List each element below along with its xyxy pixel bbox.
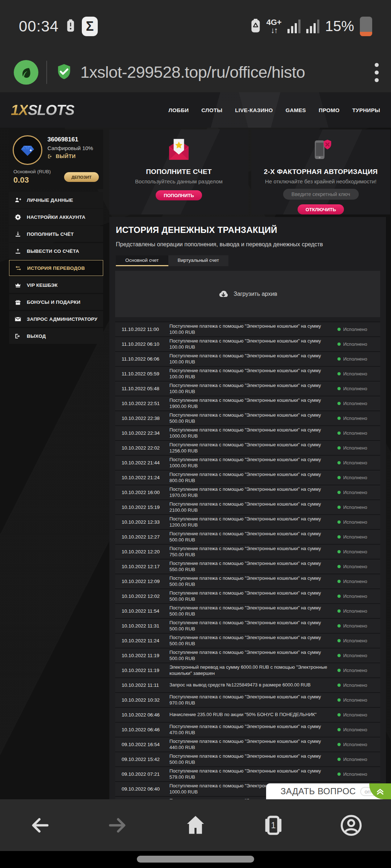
tabs-button[interactable]: 1 [261,813,286,838]
avatar [13,135,42,165]
loyalty-level: Сапфировый 10% [47,145,93,151]
transaction-date: 09.10.2022 06:40 [115,786,169,792]
transaction-date: 11.10.2022 06:06 [115,356,169,362]
signal-strength-icon [287,20,300,33]
transaction-description: Поступление платежа с помощью "Электронн… [169,353,337,365]
transaction-row: 10.10.2022 16:00 Поступление платежа с п… [115,485,380,499]
account-tab[interactable]: Основной счет [116,255,168,266]
transaction-date: 11.10.2022 05:48 [115,386,169,391]
download-archive-button[interactable]: Загрузить архив [115,271,380,317]
transaction-row: 10.10.2022 06:46 Начисление 235.00 RUB п… [115,707,380,722]
status-dot-icon [337,520,341,524]
envelope-star-icon [165,137,192,163]
sidebar-item[interactable]: ВЫХОД [9,328,103,344]
transaction-description: Поступление платежа с помощью "Электронн… [169,605,337,617]
disable-twofa-button[interactable]: ОТКЛЮЧИТЬ [298,204,344,214]
transaction-status: Исполнено [337,475,380,480]
nav-link[interactable]: LIVE-КАЗИНО [235,107,273,113]
transaction-date: 10.10.2022 11:24 [115,638,169,643]
nav-link[interactable]: СЛОТЫ [201,107,222,113]
status-bar: 00:34 Σ 4G+ ↓↑ 15% [0,0,391,52]
transaction-date: 10.10.2022 12:33 [115,519,169,525]
adblock-leaf-icon[interactable] [14,60,38,85]
sidebar-item[interactable]: ИСТОРИЯ ПЕРЕВОДОВ [9,260,103,276]
transaction-date: 09.10.2022 16:54 [115,742,169,747]
transaction-status: Исполнено [337,490,380,495]
transaction-row: 10.10.2022 11:19 Электронный перевод на … [115,663,380,677]
top-up-button[interactable]: ПОПОЛНИТЬ [156,190,202,200]
sidebar-item[interactable]: VIP КЕШБЭК [9,277,103,293]
promo-title: 2-Х ФАКТОРНАЯ АВТОРИЗАЦИЯ [264,168,378,176]
logout-link[interactable]: ВЫЙТИ [47,153,93,159]
address-bar[interactable]: 1xslot-299528.top/ru/office/histo [80,63,338,82]
nav-link[interactable]: ТУРНИРЫ [352,107,380,113]
transaction-date: 10.10.2022 06:46 [115,727,169,732]
status-dot-icon [337,506,341,509]
transaction-row: 09.10.2022 15:42 Поступление платежа с п… [115,752,380,766]
forward-button[interactable] [105,813,130,838]
site-logo[interactable]: 1XSLOTS [11,102,74,118]
transaction-row: 10.10.2022 12:17 Поступление платежа с п… [115,559,380,574]
transaction-description: Поступление платежа с помощью "Электронн… [169,724,337,736]
account-tab[interactable]: Виртуальный счет [168,255,228,266]
deposit-button[interactable]: ДЕПОЗИТ [64,172,99,182]
signal-strength-icon-2 [306,20,319,33]
transaction-description: Поступление платежа с помощью "Электронн… [169,531,337,543]
transaction-date: 10.10.2022 10:32 [115,697,169,703]
browser-menu-button[interactable] [373,61,381,84]
transaction-date: 10.10.2022 22:02 [115,445,169,451]
transaction-status: Исполнено [337,445,380,451]
sidebar-item[interactable]: БОНУСЫ И ПОДАРКИ [9,294,103,310]
status-dot-icon [337,328,341,331]
transaction-status: Исполнено [337,727,380,732]
transaction-row: 09.10.2022 07:21 Поступление платежа с п… [115,766,380,781]
status-dot-icon [337,446,341,450]
sidebar-item[interactable]: НАСТРОЙКИ АККАУНТА [9,209,103,225]
nav-link[interactable]: ЛОББИ [168,107,189,113]
status-dot-icon [337,743,341,746]
battery-alert-icon [67,19,75,34]
back-button[interactable] [27,813,52,838]
sidebar-item[interactable]: ВЫВЕСТИ СО СЧЁТА [9,243,103,259]
transaction-description: Начисление 235.00 RUB по акции "50% БОНУ… [169,712,337,718]
security-shield-icon[interactable] [55,62,73,83]
chat-widget[interactable]: ЗАДАТЬ ВОПРОС on-line [266,783,391,799]
sidebar-item[interactable]: ЛИЧНЫЕ ДАННЫЕ [9,192,103,208]
transaction-row: 10.10.2022 12:27 Поступление платежа с п… [115,529,380,544]
transaction-description: Поступление платежа с помощью "Электронн… [169,516,337,528]
transaction-status: Исполнено [337,579,380,584]
transaction-row: 10.10.2022 11:19 Поступление платежа с п… [115,648,380,663]
sidebar-menu: ЛИЧНЫЕ ДАННЫЕ НАСТРОЙКИ АККАУНТА ПОПОЛНИ… [9,192,103,345]
status-dot-icon [337,535,341,539]
status-dot-icon [337,669,341,672]
transaction-date: 10.10.2022 16:00 [115,490,169,495]
account-tabs: Основной счетВиртуальный счет [116,255,386,266]
status-dot-icon [337,342,341,346]
user-plus-icon [14,197,21,204]
transaction-date: 10.10.2022 11:19 [115,653,169,658]
nav-link[interactable]: GAMES [286,107,306,113]
status-dot-icon [337,491,341,494]
sidebar-item[interactable]: ЗАПРОС АДМИНИСТРАТОРУ [9,311,103,327]
nav-link[interactable]: ПРОМО [319,107,340,113]
transaction-status: Исполнено [337,653,380,658]
chat-expand-button[interactable] [369,783,391,799]
transaction-description: Поступление платежа с помощью "Электронн… [169,427,337,439]
status-dot-icon [337,580,341,583]
transaction-date: 10.10.2022 11:11 [115,682,169,688]
transaction-date: 10.10.2022 12:27 [115,534,169,540]
secret-key-input[interactable] [283,189,359,200]
status-dot-icon [337,773,341,776]
transaction-date: 11.10.2022 06:10 [115,341,169,347]
sidebar-item[interactable]: ПОПОЛНИТЬ СЧЁТ [9,226,103,242]
transaction-description: Поступление платежа с помощью "Электронн… [169,620,337,632]
wallet-label: Основной (RUB) [13,169,51,174]
transaction-date: 10.10.2022 11:31 [115,623,169,629]
transaction-row: 11.10.2022 05:59 Поступление платежа с п… [115,366,380,381]
home-button[interactable] [183,813,208,838]
home-indicator[interactable] [137,856,254,863]
status-dot-icon [337,565,341,568]
transaction-row: 10.10.2022 12:02 Поступление платежа с п… [115,588,380,603]
battery-percent: 15% [325,18,354,34]
profile-button[interactable] [339,813,364,838]
